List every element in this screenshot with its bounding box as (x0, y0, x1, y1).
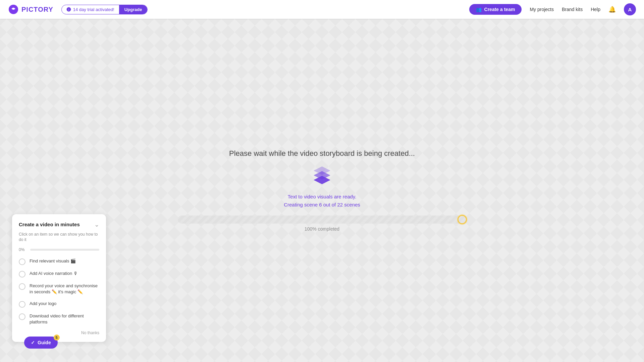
no-thanks-link[interactable]: No thanks (19, 330, 99, 335)
checklist-item-5[interactable]: Download video for different platforms (19, 313, 99, 325)
checklist-label-5: Download video for different platforms (30, 313, 99, 325)
create-team-button[interactable]: 👥 Create a team (469, 4, 522, 15)
progress-cursor (458, 215, 467, 224)
mini-progress-bar (30, 249, 99, 251)
logo[interactable]: PICTORY (8, 4, 53, 15)
header: PICTORY i 14 day trial activated! Upgrad… (0, 0, 644, 19)
mini-progress: 0% (19, 247, 99, 252)
checklist-label-4: Add your logo (30, 301, 56, 307)
my-projects-nav[interactable]: My projects (530, 7, 554, 12)
logo-text: PICTORY (21, 6, 53, 13)
wait-message: Please wait while the video storyboard i… (229, 149, 415, 158)
trial-text: i 14 day trial activated! (62, 5, 119, 14)
radio-circle-1 (19, 258, 25, 265)
panel-header: Create a video in minutes ⌄ (19, 221, 99, 228)
layers-icon (311, 165, 333, 186)
svg-marker-6 (314, 176, 330, 184)
trial-badge: i 14 day trial activated! Upgrade (61, 5, 148, 14)
progress-container: 100% completed (178, 216, 466, 232)
mini-progress-label: 0% (19, 247, 27, 252)
checklist-item-4[interactable]: Add your logo (19, 301, 99, 308)
radio-circle-5 (19, 313, 25, 320)
header-right: 👥 Create a team My projects Brand kits H… (469, 3, 636, 15)
side-panel: Create a video in minutes ⌄ Click on an … (12, 214, 106, 342)
checklist-item-2[interactable]: Add AI voice narration 🎙 (19, 270, 99, 278)
progress-percent-label: 100% completed (178, 226, 466, 232)
status-text: Text to video visuals are ready. Creatin… (284, 193, 360, 209)
progress-bar-fill (178, 216, 466, 224)
trial-icon: i (66, 7, 71, 12)
svg-text:i: i (68, 8, 69, 11)
checklist-label-2: Add AI voice narration 🎙 (30, 270, 78, 277)
panel-close-icon[interactable]: ⌄ (94, 221, 99, 228)
guide-checkmark-icon: ✓ (31, 340, 35, 345)
header-left: PICTORY i 14 day trial activated! Upgrad… (8, 4, 148, 15)
checklist-label-1: Find relevant visuals 🎬 (30, 258, 76, 264)
main-content: Please wait while the video storyboard i… (0, 19, 644, 362)
radio-circle-2 (19, 271, 25, 278)
panel-title: Create a video in minutes (19, 222, 80, 227)
checklist-item-1[interactable]: Find relevant visuals 🎬 (19, 258, 99, 265)
panel-subtitle: Click on an item so we can show you how … (19, 232, 99, 243)
guide-badge: 5 (54, 335, 60, 341)
guide-button[interactable]: ✓ Guide 5 (24, 337, 58, 349)
radio-circle-4 (19, 301, 25, 308)
upgrade-button[interactable]: Upgrade (119, 5, 148, 14)
notification-bell-icon[interactable]: 🔔 (608, 6, 616, 13)
logo-icon (8, 4, 19, 15)
center-content: Please wait while the video storyboard i… (178, 149, 466, 232)
radio-circle-3 (19, 283, 25, 290)
progress-bar-background (178, 216, 466, 224)
checklist-item-3[interactable]: Record your voice and synchronise in sec… (19, 283, 99, 295)
svg-point-1 (12, 8, 14, 10)
brand-kits-nav[interactable]: Brand kits (562, 7, 583, 12)
help-nav[interactable]: Help (591, 7, 600, 12)
checklist-label-3: Record your voice and synchronise in sec… (30, 283, 99, 295)
team-icon: 👥 (476, 7, 482, 12)
avatar[interactable]: A (624, 3, 636, 15)
